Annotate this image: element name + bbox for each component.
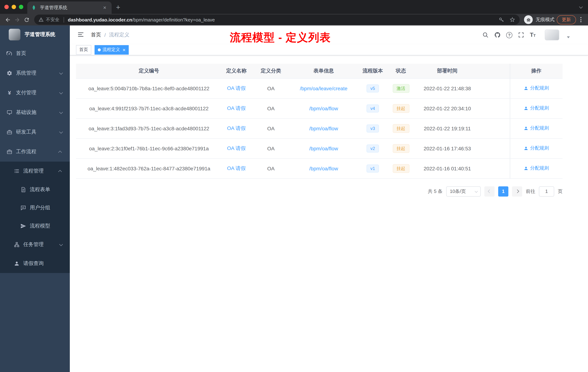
goto-label: 前往 <box>526 188 535 195</box>
assign-rule-link[interactable]: 分配规则 <box>524 105 549 111</box>
tab-title: 芋道管理系统 <box>40 5 101 11</box>
definition-name-link[interactable]: OA 请假 <box>227 125 246 131</box>
app-navbar: 首页 / 流程定义 流程模型 - 定义列表 ? TT <box>70 25 588 44</box>
goto-page-input[interactable] <box>539 186 554 196</box>
user-avatar[interactable] <box>545 30 559 40</box>
gear-icon <box>7 70 12 76</box>
navbar-right-icons: ? TT <box>482 30 588 40</box>
tab-search-chevron-icon[interactable] <box>580 3 582 10</box>
user-icon <box>14 261 20 266</box>
column-header-actions: 操作 <box>510 64 563 78</box>
sidebar-item-label: 研发工具 <box>16 129 56 135</box>
goto-unit: 页 <box>558 188 563 195</box>
tag-process-definition[interactable]: 流程定义 × <box>94 45 129 55</box>
tag-home[interactable]: 首页 <box>76 45 91 55</box>
gap-cell <box>482 138 510 158</box>
definition-name-link[interactable]: OA 请假 <box>227 105 246 111</box>
column-header-name: 定义名称 <box>222 64 251 78</box>
definition-name-link[interactable]: OA 请假 <box>227 165 246 171</box>
font-size-icon[interactable]: TT <box>530 33 536 37</box>
definition-category: OA <box>251 78 291 98</box>
breadcrumb: 首页 / 流程定义 <box>91 32 129 38</box>
browser-menu-icon[interactable] <box>580 17 581 22</box>
sidebar-item-home[interactable]: 首页 <box>0 44 70 63</box>
list-icon <box>14 168 20 174</box>
github-icon[interactable] <box>494 32 501 38</box>
assign-rule-link[interactable]: 分配规则 <box>524 85 549 92</box>
pagination-bar: 共 5 条 10条/页 1 前往 页 <box>76 186 563 196</box>
reload-button[interactable] <box>22 15 31 24</box>
red-annotation-text: 流程模型 - 定义列表 <box>230 30 331 45</box>
window-minimize-button[interactable] <box>12 5 16 9</box>
sidebar-item-label: 流程表单 <box>30 186 63 193</box>
sidebar-item-task-management[interactable]: 任务管理 <box>0 235 70 254</box>
fullscreen-icon[interactable] <box>518 32 524 38</box>
form-link[interactable]: /bpm/oa/flow <box>309 165 338 171</box>
sidebar-logo-row[interactable]: 芋道管理系统 <box>0 25 70 44</box>
help-question-icon[interactable]: ? <box>506 32 512 38</box>
definition-name-link[interactable]: OA 请假 <box>227 85 246 91</box>
window-close-button[interactable] <box>4 5 9 9</box>
page-number-1[interactable]: 1 <box>498 186 508 196</box>
sidebar-item-devtools[interactable]: 研发工具 <box>0 122 70 142</box>
deploy-time: 2022-01-22 20:34:10 <box>413 98 482 118</box>
tag-close-icon[interactable]: × <box>123 47 126 52</box>
chevron-up-icon <box>58 170 62 174</box>
user-icon <box>524 166 528 171</box>
assign-rule-link[interactable]: 分配规则 <box>524 125 549 131</box>
definition-name-link[interactable]: OA 请假 <box>227 145 246 151</box>
sidebar-item-label: 工作流程 <box>16 149 56 155</box>
sidebar-item-infrastructure[interactable]: 基础设施 <box>0 103 70 122</box>
next-page-button[interactable] <box>512 186 522 196</box>
assign-rule-link[interactable]: 分配规则 <box>524 145 549 152</box>
sidebar-item-process-management[interactable]: 流程管理 <box>0 162 70 181</box>
address-bar[interactable]: 不安全 dashboard.yudao.iocoder.cn/bpm/manag… <box>34 15 520 25</box>
status-tag: 激活 <box>393 84 409 93</box>
security-chip[interactable]: 不安全 <box>39 17 59 23</box>
sidebar-item-process-model[interactable]: 流程模型 <box>0 217 70 235</box>
back-button[interactable] <box>3 15 12 24</box>
sidebar-item-label: 请假查询 <box>23 260 63 267</box>
sidebar-item-leave-query[interactable]: 请假查询 <box>0 254 70 273</box>
gap-cell <box>482 98 510 118</box>
column-header-form: 表单信息 <box>291 64 356 78</box>
deploy-time: 2022-01-22 21:48:38 <box>413 78 482 98</box>
deploy-time: 2022-01-16 17:46:53 <box>413 138 482 158</box>
table-row: oa_leave:3:1fad3d93-7b75-11ec-a3c8-acde4… <box>76 118 563 138</box>
user-icon <box>524 126 528 131</box>
avatar-dropdown-caret-icon[interactable] <box>567 36 570 38</box>
page-size-select[interactable]: 10条/页 <box>446 186 481 196</box>
tab-close-icon[interactable]: × <box>101 4 108 11</box>
search-icon[interactable] <box>482 32 489 38</box>
window-zoom-button[interactable] <box>19 5 23 9</box>
browser-tab[interactable]: 芋道管理系统 × <box>27 1 112 14</box>
version-tag: v1 <box>366 164 379 172</box>
prev-page-button[interactable] <box>484 186 494 196</box>
document-icon <box>20 187 26 193</box>
chevron-down-icon <box>59 130 63 133</box>
bookmark-star-icon[interactable] <box>509 17 515 22</box>
form-link[interactable]: /bpm/oa/flow <box>309 125 338 131</box>
browser-update-button[interactable]: 更新 <box>557 15 576 24</box>
form-link[interactable]: /bpm/oa/leave/create <box>300 85 347 91</box>
definition-id: oa_leave:1:482ec033-762a-11ec-8477-a2380… <box>76 158 222 178</box>
breadcrumb-home[interactable]: 首页 <box>91 32 101 38</box>
definition-category: OA <box>251 138 291 158</box>
sidebar-item-workflow[interactable]: 工作流程 <box>0 142 70 162</box>
sidebar-item-system[interactable]: 系统管理 <box>0 63 70 83</box>
incognito-label: 无痕模式 <box>536 16 555 23</box>
form-link[interactable]: /bpm/oa/flow <box>309 145 338 151</box>
sidebar-item-process-form[interactable]: 流程表单 <box>0 181 70 199</box>
sidebar-toggle-hamburger-icon[interactable] <box>77 31 85 39</box>
sidebar-item-payment[interactable]: ¥ 支付管理 <box>0 83 70 103</box>
password-key-icon[interactable] <box>499 17 504 22</box>
new-tab-button[interactable]: + <box>116 3 120 12</box>
forward-button[interactable] <box>12 15 22 24</box>
assign-rule-link[interactable]: 分配规则 <box>524 165 549 172</box>
incognito-profile-chip[interactable]: 无痕模式 <box>524 15 555 24</box>
sidebar-item-user-group[interactable]: 用户分组 <box>0 199 70 217</box>
definition-category: OA <box>251 158 291 178</box>
paper-plane-icon <box>20 223 26 229</box>
yen-icon: ¥ <box>7 90 12 96</box>
form-link[interactable]: /bpm/oa/flow <box>309 105 338 111</box>
